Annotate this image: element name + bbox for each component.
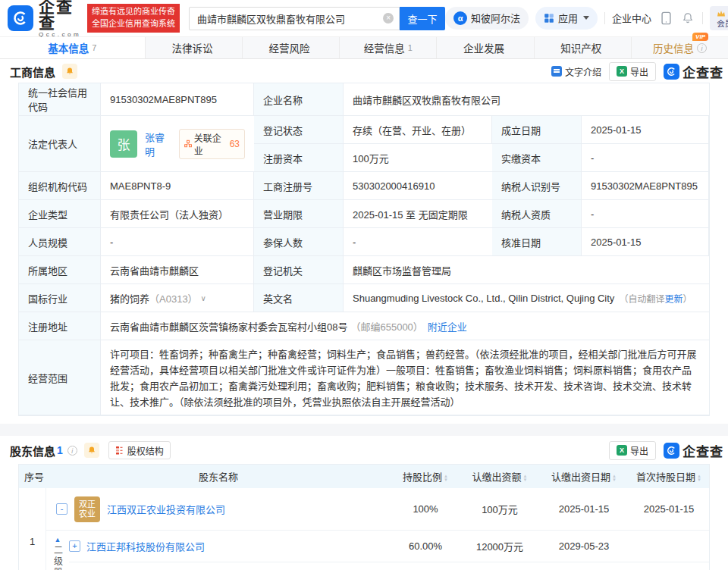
reg-no-value: 530302000416910 [344, 172, 492, 200]
enterprise-center-link[interactable]: 企业中心 [612, 11, 651, 25]
field-label: 所属地区 [19, 256, 101, 284]
taxpayer-quality-value: - [582, 200, 709, 228]
qcc-watermark: 企查查 [664, 62, 723, 81]
divider [702, 12, 703, 24]
apps-menu-button[interactable]: 应用 [535, 7, 598, 30]
field-label: 企业类型 [19, 200, 101, 228]
qcc-watermark-icon [664, 443, 679, 459]
qcc-watermark-icon [664, 64, 679, 80]
divider [604, 12, 605, 24]
industry-value[interactable]: 猪的饲养 （A0313） ∨ [101, 284, 254, 312]
field-label: 纳税人识别号 [492, 172, 582, 200]
export-button[interactable]: X 导出 [609, 441, 656, 460]
date-value: 2025-01-15 [539, 503, 629, 515]
mobile-app-icon[interactable] [658, 11, 673, 26]
legal-rep-link[interactable]: 张睿明 [145, 130, 173, 158]
company-type-value: 有限责任公司（法人独资） [101, 200, 254, 228]
brand-slogan-banner: 缔造有远见的商业传奇 全国企业信用查询系统 [87, 4, 180, 33]
notification-bell-icon[interactable] [680, 11, 695, 26]
info-icon[interactable]: i [67, 446, 77, 456]
sort-icon: ▲▼ [444, 474, 448, 482]
legal-rep-avatar: 张 [110, 130, 137, 158]
table-row: + 江西正邦科技股份有限公司 60.00% 12000万元 2029-05-23 [69, 531, 709, 562]
top-header: 企查查 Qcc.com 缔造有远见的商业传奇 全国企业信用查询系统 × 查一下 … [0, 0, 728, 36]
qcc-logo-text[interactable]: 企查查 Qcc.com [39, 0, 81, 38]
equity-structure-button[interactable]: 股权结构 [108, 441, 171, 459]
field-label: 纳税人资质 [492, 200, 582, 228]
field-label: 参保人数 [254, 228, 344, 256]
column-header-sortable[interactable]: 首次持股日期▲▼ [629, 469, 709, 484]
qcc-logo-icon[interactable] [8, 5, 33, 31]
column-header-sortable[interactable]: 持股比例▲▼ [391, 469, 460, 484]
shareholder-name-link[interactable]: 江西正邦科技股份有限公司 [86, 539, 205, 553]
field-label: 登记机关 [254, 256, 344, 284]
reg-capital-value: 100万元 [344, 144, 492, 172]
ratio-value: 60.00% [391, 540, 460, 552]
related-companies-badge[interactable]: 关联企业 63 [179, 129, 245, 159]
header-nav: α 知彼阿尔法 应用 企业中心 [445, 6, 728, 31]
search-button[interactable]: 查一下 [400, 7, 445, 30]
svip-member-button[interactable]: SVIP 会员服务 [710, 6, 728, 31]
network-icon [184, 139, 192, 148]
crown-icon [717, 10, 726, 17]
expand-button[interactable]: + [69, 540, 80, 552]
section-title: 股东信息 [10, 443, 55, 459]
org-code-value: MAE8PNT8-9 [101, 172, 254, 200]
column-header: 股东名称 [46, 469, 391, 484]
column-header-sortable[interactable]: 认缴出资日期▲▼ [539, 469, 629, 484]
tab-intellectual-property[interactable]: 知识产权 [535, 37, 632, 58]
taxpayer-id-value: 91530302MAE8PNT895 [582, 172, 709, 200]
info-icon[interactable]: i [697, 43, 707, 53]
tab-operation-risk[interactable]: 经营风险 [243, 37, 340, 58]
approval-date-value: 2025-01-15 [582, 228, 709, 256]
group-tag: 二级股东 [52, 545, 64, 570]
translate-update-link[interactable]: 更新 [664, 292, 682, 305]
chevron-down-icon[interactable]: ∨ [201, 294, 206, 302]
tab-enterprise-development[interactable]: 企业发展 [437, 37, 534, 58]
establish-date-value: 2025-01-15 [582, 116, 709, 144]
field-label: 登记状态 [254, 116, 344, 144]
field-label: 人员规模 [19, 228, 101, 256]
tab-basic-info[interactable]: 基本信息7 [0, 37, 146, 58]
english-name-value: Shuangmuding Livestock Co., Ltd., Qilin … [344, 284, 709, 312]
text-intro-button[interactable]: 文字介绍 [551, 65, 601, 78]
sort-icon: ▲▼ [697, 474, 701, 482]
field-label: 组织机构代码 [19, 172, 101, 200]
zhibi-alpha-button[interactable]: α 知彼阿尔法 [445, 7, 529, 30]
grid-icon [544, 13, 554, 23]
nearby-companies-link[interactable]: 附近企业 [428, 319, 467, 334]
amount-value: 100万元 [460, 502, 539, 516]
field-label: 注册资本 [254, 144, 344, 172]
field-label: 经营范围 [19, 340, 101, 415]
subscribe-bell-icon[interactable] [62, 64, 77, 79]
registry-value: 麒麟区市场监督管理局 [344, 256, 709, 284]
field-label: 成立日期 [492, 116, 582, 144]
business-scope-value: 许可项目：牲畜饲养；种畜禽生产；种畜禽经营；饲料生产；食品销售；兽药经营。（依法… [101, 340, 709, 415]
field-label: 国标行业 [19, 284, 101, 312]
shareholder-name-link[interactable]: 江西双正农业投资有限公司 [107, 502, 225, 516]
column-header-sortable[interactable]: 认缴出资额▲▼ [460, 469, 539, 484]
sort-icon: ▲▼ [523, 474, 528, 482]
shareholders-header: 股东信息 1 i 股权结构 X 导出 企查查 [0, 437, 728, 464]
excel-icon: X [617, 445, 627, 456]
credit-code-value: 91530302MAE8PNT895 [101, 83, 254, 116]
second-level-group: ▲ 二级股东 + 江西正邦科技股份有限公司 60.00% 12000万元 202… [46, 531, 709, 570]
tab-legal-litigation[interactable]: 法律诉讼 [146, 37, 243, 58]
shareholders-table-header: 序号 股东名称 持股比例▲▼ 认缴出资额▲▼ 认缴出资日期▲▼ 首次持股日期▲▼ [19, 465, 709, 488]
caret-down-icon [583, 16, 589, 20]
collapse-button[interactable]: - [56, 503, 67, 515]
insured-value: - [344, 228, 492, 256]
export-button[interactable]: X 导出 [609, 62, 656, 81]
clear-search-icon[interactable]: × [383, 13, 394, 23]
search-input[interactable] [189, 7, 400, 30]
company-tabs: 基本信息7 法律诉讼 经营风险 经营信息1 企业发展 知识产权 VIP 历史信息… [0, 36, 728, 59]
vip-badge: VIP [692, 33, 708, 41]
shareholders-table: 序号 股东名称 持股比例▲▼ 认缴出资额▲▼ 认缴出资日期▲▼ 首次持股日期▲▼… [18, 464, 710, 570]
collapse-triangle-icon[interactable]: ▲ [55, 537, 61, 543]
first-date-value: 2025-01-15 [629, 503, 709, 515]
tab-operation-info[interactable]: 经营信息1 [340, 37, 437, 58]
sort-icon: ▲▼ [612, 474, 617, 482]
tab-history-info[interactable]: VIP 历史信息 i [632, 37, 728, 58]
subscribe-bell-icon[interactable] [84, 443, 99, 458]
business-info-header: 工商信息 文字介绍 X 导出 企查查 [0, 60, 728, 83]
